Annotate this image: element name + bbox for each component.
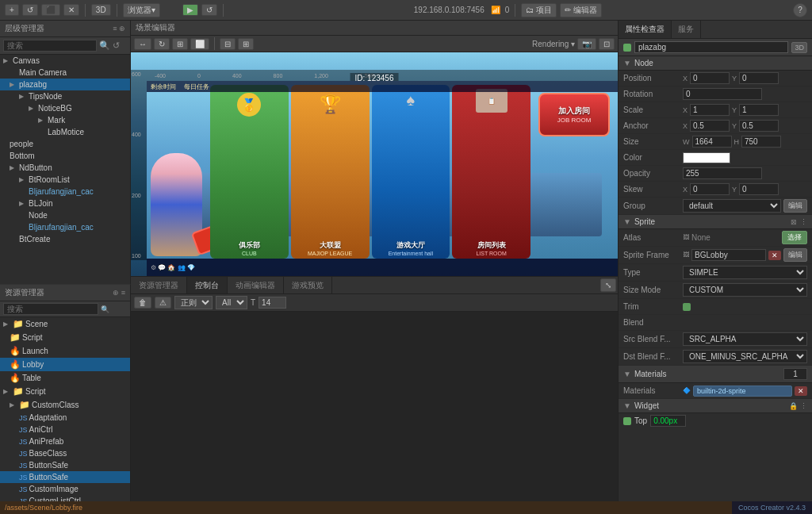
help-btn[interactable]: ? (793, 3, 807, 17)
material-clear-btn[interactable]: ✕ (795, 386, 807, 396)
asset-annictrl[interactable]: JS AniCtrl (0, 424, 130, 435)
tree-noticebg[interactable]: ▶ NoticeBG (0, 102, 130, 114)
browser-btn[interactable]: 浏览器▾ (123, 3, 160, 17)
rect-tool[interactable]: ⬜ (190, 38, 209, 50)
tree-node[interactable]: Node (0, 209, 130, 221)
tree-btroomlist[interactable]: ▶ BtRoomList (0, 174, 130, 186)
tree-people[interactable]: people (0, 138, 130, 150)
tab-animation[interactable]: 动画编辑器 (228, 277, 284, 293)
node-name-input[interactable] (634, 41, 788, 53)
tree-bljoin[interactable]: ▶ BLJoin (0, 198, 130, 209)
club-card[interactable]: 🥇 俱乐部 CLUB (210, 85, 289, 259)
room-list-card[interactable]: 📋 房间列表 LIST ROOM (452, 85, 530, 259)
anchor-x-input[interactable] (690, 120, 730, 132)
tree-bljaruf2[interactable]: Bljarufangjian_cac (0, 221, 130, 233)
node-active-checkbox[interactable] (623, 44, 631, 52)
collapse-btn[interactable]: ⤡ (600, 278, 616, 292)
group-edit-btn[interactable]: 编辑 (783, 199, 807, 213)
skew-y-input[interactable] (739, 183, 779, 195)
layout-btn[interactable]: ⊞ (238, 38, 254, 50)
materials-count-input[interactable] (783, 368, 807, 380)
screenshot-btn[interactable]: ⊡ (599, 38, 615, 50)
tree-bottom[interactable]: Bottom (0, 150, 130, 162)
src-blend-select[interactable]: SRC_ALPHA (683, 332, 807, 346)
play-btn[interactable]: ▶ (182, 4, 198, 16)
tree-plazabg[interactable]: ▶ plazabg (0, 79, 130, 90)
tab-assets[interactable]: 资源管理器 (131, 277, 187, 293)
tab-services[interactable]: 服务 (672, 21, 701, 38)
opacity-input[interactable] (683, 167, 762, 179)
asset-baseclass[interactable]: JS BaseClass (0, 447, 130, 459)
normal-select[interactable]: 正则 (174, 296, 213, 309)
asset-copy[interactable]: JS ButtonSafe (0, 471, 130, 483)
project-btn[interactable]: 🗂 项目 (521, 3, 557, 17)
sprite-toggle[interactable]: ⊠ (791, 218, 797, 226)
rotation-input[interactable] (683, 88, 762, 100)
scale-y-input[interactable] (739, 104, 779, 116)
color-swatch[interactable] (683, 152, 730, 163)
widget-top-checkbox[interactable] (623, 417, 631, 425)
size-w-input[interactable] (692, 136, 732, 148)
add-btn[interactable]: + (5, 4, 19, 16)
scale-x-input[interactable] (690, 104, 730, 116)
type-select[interactable]: SIMPLE (683, 266, 807, 279)
tree-mark[interactable]: ▶ Mark (0, 114, 130, 126)
size-mode-select[interactable]: CUSTOM (683, 283, 807, 297)
asset-customimage[interactable]: JS CustomImage (0, 483, 130, 495)
scale-tool[interactable]: ⊞ (172, 38, 188, 50)
size-h-input[interactable] (741, 136, 781, 148)
sprite-frame-clear-btn[interactable]: ✕ (768, 251, 781, 260)
close-btn[interactable]: ✕ (63, 4, 79, 16)
tree-labmotice[interactable]: LabMotice (0, 126, 130, 138)
tab-preview[interactable]: 游戏预览 (284, 277, 332, 293)
anchor-y-input[interactable] (739, 120, 779, 132)
skew-x-input[interactable] (690, 183, 730, 195)
move-tool[interactable]: ↔ (134, 38, 151, 50)
tree-main-camera[interactable]: Main Camera (0, 67, 130, 79)
tree-canvas[interactable]: ▶ Canvas (0, 55, 130, 67)
asset-search-input[interactable] (3, 303, 98, 315)
position-x-input[interactable] (690, 72, 730, 84)
join-room-btn[interactable]: 加入房间 JOB ROOM (538, 93, 610, 136)
major-league-card[interactable]: 🏆 大联盟 MAJIOP LEAGUE (291, 85, 370, 259)
tree-tipsnode[interactable]: ▶ TipsNode (0, 90, 130, 102)
all-select[interactable]: All (216, 296, 247, 309)
asset-scene-folder[interactable]: ▶ 📁 Scene (0, 317, 130, 331)
mode-btn[interactable]: 3D (91, 4, 111, 16)
widget-more[interactable]: ⋮ (800, 402, 807, 410)
asset-customclass-folder[interactable]: ▶ 📁 CustomClass (0, 398, 130, 412)
dst-blend-select[interactable]: ONE_MINUS_SRC_ALPHA (683, 350, 807, 363)
game-hall-card[interactable]: ♠ 游戏大厅 Entertainment hall (372, 85, 450, 259)
asset-aniprefab[interactable]: JS AniPrefab (0, 435, 130, 447)
tree-bljaruf1[interactable]: Bljarufangjian_cac (0, 186, 130, 198)
tab-properties[interactable]: 属性检查器 (619, 21, 672, 38)
font-size-input[interactable] (259, 297, 286, 309)
asset-script2-folder[interactable]: ▶ 📁 Script (0, 385, 130, 398)
sprite-more[interactable]: ⋮ (800, 218, 807, 226)
tree-ndbutton[interactable]: ▶ NdButton (0, 162, 130, 174)
tab-console[interactable]: 控制台 (187, 277, 228, 293)
scene-viewport[interactable]: -40004008001,2001,500 600400200100 ID: 1… (131, 52, 618, 276)
group-select[interactable]: default (683, 199, 781, 213)
atlas-select-btn[interactable]: 选择 (782, 231, 807, 244)
asset-script-folder[interactable]: 📁 Script (0, 331, 130, 344)
asset-launch[interactable]: 🔥 Launch (0, 344, 130, 358)
editor-btn[interactable]: ✏ 编辑器 (560, 3, 602, 17)
trim-checkbox[interactable] (683, 303, 691, 311)
rotate-tool[interactable]: ↻ (154, 38, 170, 50)
position-y-input[interactable] (739, 72, 779, 84)
widget-top-input[interactable] (650, 415, 686, 427)
hierarchy-search-input[interactable] (3, 40, 97, 52)
filter-btn[interactable]: ⚠ (155, 297, 171, 309)
asset-table[interactable]: 🔥 Table (0, 371, 130, 385)
asset-adaptation[interactable]: JS Adaptation (0, 412, 130, 424)
camera-btn[interactable]: 📷 (577, 38, 596, 50)
widget-lock[interactable]: 🔒 (789, 402, 798, 410)
clear-console-btn[interactable]: 🗑 (134, 297, 151, 309)
asset-buttonsafe[interactable]: JS ButtonSafe (0, 459, 130, 471)
tree-btcreate[interactable]: BtCreate (0, 233, 130, 245)
align-btn[interactable]: ⊟ (220, 38, 236, 50)
reload-btn[interactable]: ↺ (201, 4, 217, 16)
sprite-frame-edit-btn[interactable]: 编辑 (783, 248, 807, 262)
refresh-btn[interactable]: ↺ (22, 4, 38, 16)
